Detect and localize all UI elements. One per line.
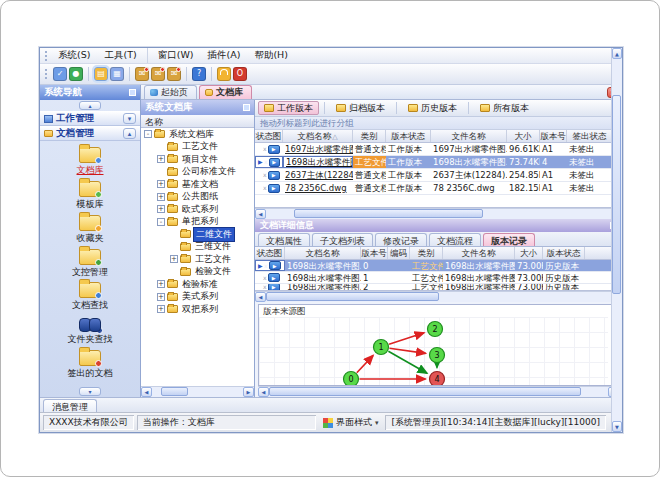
tree-node[interactable]: +公共图纸 bbox=[141, 191, 254, 204]
scroll-track[interactable] bbox=[266, 209, 611, 219]
menu-item[interactable]: 系统(S) bbox=[51, 48, 97, 63]
tree-node[interactable]: +项目文件 bbox=[141, 153, 254, 166]
table-row[interactable]: x▶1698出水嘴零件图.dwg2工艺文件1698出水嘴零件图.dwg73.00… bbox=[255, 284, 611, 290]
column-header[interactable]: 文件名称 bbox=[443, 247, 515, 259]
tab-doc-library[interactable]: 文档库 bbox=[199, 85, 252, 99]
globe-icon[interactable]: ● bbox=[69, 67, 83, 81]
scroll-left-icon[interactable]: ◀ bbox=[258, 387, 269, 397]
lock-icon[interactable] bbox=[217, 67, 231, 81]
btn-all-versions[interactable]: 所有版本 bbox=[474, 101, 535, 115]
tree-toggle-icon[interactable]: - bbox=[144, 130, 152, 138]
tree-node[interactable]: 工艺文件 bbox=[141, 141, 254, 154]
mail-icon-3[interactable]: ✉ bbox=[167, 67, 181, 81]
tree-toggle-icon[interactable]: + bbox=[157, 305, 165, 313]
tab-subdoc-list[interactable]: 子文档列表 bbox=[312, 233, 373, 246]
column-header[interactable]: 编码 bbox=[388, 247, 410, 259]
help-icon[interactable]: ? bbox=[192, 67, 206, 81]
column-header[interactable]: 文件名称 bbox=[431, 130, 507, 142]
column-header[interactable]: 状态图 bbox=[255, 247, 285, 259]
nav-group-doc[interactable]: 文档管理 ▴ bbox=[40, 126, 140, 141]
table-row[interactable]: x▶1697出水嘴零件图.dwg普通文档工作版本1697出水嘴零件图.dwg96… bbox=[255, 143, 611, 156]
scroll-left-icon[interactable]: ◀ bbox=[255, 292, 266, 302]
column-header[interactable]: 版本状态 bbox=[543, 247, 585, 259]
column-header[interactable]: 版本号 bbox=[540, 130, 567, 142]
scroll-down-button[interactable]: ▾ bbox=[79, 387, 101, 396]
scroll-thumb[interactable] bbox=[612, 95, 621, 294]
btn-history-version[interactable]: 历史版本 bbox=[402, 101, 463, 115]
scroll-left-icon[interactable]: ◀ bbox=[141, 387, 152, 397]
column-header[interactable]: 版本号 bbox=[361, 247, 388, 259]
pin-icon[interactable] bbox=[129, 89, 136, 96]
chevron-down-icon[interactable]: ▾ bbox=[123, 113, 136, 124]
tab-version-records[interactable]: 版本记录 bbox=[483, 233, 535, 246]
table-row[interactable]: ▶x▶1698出水嘴零件图.dwg工艺文件工作版本1698出水嘴零件图.dwg7… bbox=[255, 156, 611, 169]
tab-modify-records[interactable]: 修改记录 bbox=[375, 233, 427, 246]
tree-toggle-icon[interactable]: + bbox=[170, 255, 178, 263]
tree-node[interactable]: 公司标准文件 bbox=[141, 166, 254, 179]
tab-message-management[interactable]: 消息管理 bbox=[43, 399, 97, 412]
pin-icon[interactable] bbox=[243, 104, 250, 111]
scroll-up-icon[interactable]: ▲ bbox=[612, 48, 622, 59]
nav-item-doc-library[interactable]: 文档库 bbox=[77, 147, 104, 177]
tree-toggle-icon[interactable]: - bbox=[157, 218, 165, 226]
tree-toggle-icon[interactable]: + bbox=[157, 193, 165, 201]
column-header[interactable]: 版本状态 bbox=[386, 130, 431, 142]
column-header[interactable]: 签出状态 bbox=[567, 130, 611, 142]
ui-style-selector[interactable]: 界面样式 ▾ bbox=[319, 415, 383, 430]
nav-group-work[interactable]: 工作管理 ▾ bbox=[40, 111, 140, 126]
scroll-thumb[interactable] bbox=[266, 292, 439, 301]
table-row[interactable]: x▶1698出水嘴零件图.dwg1工艺文件1698出水嘴零件图.dwg73.00… bbox=[255, 272, 611, 284]
scroll-track[interactable] bbox=[269, 387, 608, 397]
table-row[interactable]: x▶78 2356C.dwg普通文档工作版本78 2356C.dwg182.15… bbox=[255, 182, 611, 195]
nav-item-favorites[interactable]: 收藏夹 bbox=[77, 215, 104, 245]
scroll-left-icon[interactable]: ◀ bbox=[255, 209, 266, 219]
folder-icon[interactable]: ▤ bbox=[94, 67, 108, 81]
tree-node[interactable]: +基准文档 bbox=[141, 178, 254, 191]
column-header[interactable]: 大小 bbox=[515, 247, 543, 259]
tab-start-page[interactable]: 起始页 bbox=[144, 85, 197, 99]
column-header[interactable]: 大小 bbox=[507, 130, 540, 142]
tree-toggle-icon[interactable]: + bbox=[157, 155, 165, 163]
scroll-down-icon[interactable]: ▼ bbox=[612, 421, 622, 432]
tree-toggle-icon[interactable]: + bbox=[157, 205, 165, 213]
nav-item-folder-search[interactable]: 文件夹查找 bbox=[68, 316, 113, 346]
table-row[interactable]: ▶x▶1698出水嘴零件图.dwg0工艺文件1698出水嘴零件图.dwg73.0… bbox=[255, 260, 611, 272]
graph-vscrollbar[interactable]: ▲▼ bbox=[611, 48, 622, 432]
column-header[interactable]: 类别 bbox=[410, 247, 443, 259]
document-grid-hscrollbar[interactable]: ◀▶ bbox=[255, 208, 622, 219]
tree-node[interactable]: 三维文件 bbox=[141, 241, 254, 254]
scroll-up-button[interactable]: ▴ bbox=[79, 101, 101, 110]
scroll-right-icon[interactable]: ▶ bbox=[243, 387, 254, 397]
menu-item[interactable]: 帮助(H) bbox=[247, 48, 295, 63]
tree-node[interactable]: 检验文件 bbox=[141, 266, 254, 279]
nav-item-template-library[interactable]: 模板库 bbox=[77, 181, 104, 211]
menu-item[interactable]: 插件(A) bbox=[200, 48, 247, 63]
scroll-track[interactable] bbox=[266, 292, 611, 302]
btn-archive-version[interactable]: 归档版本 bbox=[330, 101, 391, 115]
menu-item[interactable]: 工具(T) bbox=[97, 48, 147, 63]
tree-column-header[interactable]: 名称 bbox=[141, 115, 254, 128]
nav-item-checked-out[interactable]: 签出的文档 bbox=[68, 350, 113, 380]
scroll-track[interactable] bbox=[612, 59, 622, 421]
tree-node[interactable]: +双把系列 bbox=[141, 303, 254, 316]
mail-icon-2[interactable]: ✉ bbox=[151, 67, 165, 81]
scroll-track[interactable] bbox=[152, 387, 243, 397]
mail-icon-1[interactable]: ✉ bbox=[135, 67, 149, 81]
menu-item[interactable]: 窗口(W) bbox=[151, 48, 201, 63]
windows-icon[interactable]: ▦ bbox=[110, 67, 124, 81]
tree-node[interactable]: -系统文档库 bbox=[141, 128, 254, 141]
tree-node[interactable]: +欧式系列 bbox=[141, 203, 254, 216]
graph-hscrollbar[interactable]: ◀▶ bbox=[258, 386, 619, 397]
tree-node[interactable]: +检验标准 bbox=[141, 278, 254, 291]
tree-node[interactable]: +工艺文件 bbox=[141, 253, 254, 266]
tree-toggle-icon[interactable]: + bbox=[157, 293, 165, 301]
tab-doc-properties[interactable]: 文档属性 bbox=[258, 233, 310, 246]
exit-icon[interactable]: O bbox=[233, 67, 247, 81]
version-grid-hscrollbar[interactable]: ◀▶ bbox=[255, 291, 622, 302]
scroll-thumb[interactable] bbox=[269, 387, 581, 396]
tree-node[interactable]: 二维文件 bbox=[141, 228, 254, 241]
scroll-thumb[interactable] bbox=[161, 387, 188, 396]
scroll-thumb[interactable] bbox=[294, 209, 484, 218]
tree-toggle-icon[interactable]: + bbox=[157, 180, 165, 188]
tree-node[interactable]: +美式系列 bbox=[141, 291, 254, 304]
